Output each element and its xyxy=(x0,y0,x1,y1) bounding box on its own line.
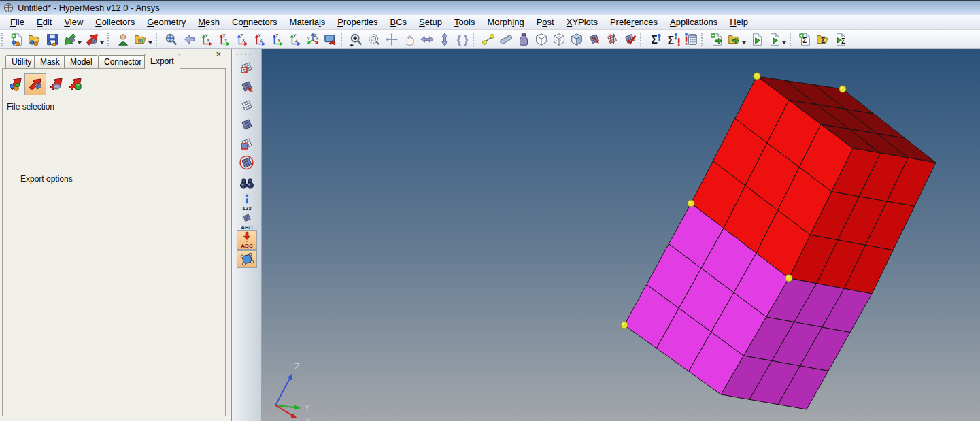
corner-node[interactable] xyxy=(621,322,628,329)
visualization-options-button[interactable] xyxy=(237,250,257,268)
menu-mesh[interactable]: Mesh xyxy=(192,16,226,29)
rotate-view-button[interactable] xyxy=(383,31,401,48)
menu-collectors[interactable]: Collectors xyxy=(89,16,141,29)
svg-text:Z: Z xyxy=(275,33,278,38)
view-yx-button[interactable]: YX xyxy=(198,31,216,48)
open-report-dropdown-icon[interactable] xyxy=(742,41,746,44)
open-report-button[interactable] xyxy=(726,31,743,48)
element-labels-button[interactable]: ABC xyxy=(238,212,256,231)
graphics-viewport[interactable]: ZYX xyxy=(262,49,980,421)
corner-node[interactable] xyxy=(754,73,760,80)
dynamic-view-button[interactable]: { } xyxy=(454,31,471,48)
tab-connector[interactable]: Connector xyxy=(98,55,148,68)
measure-distance-button[interactable] xyxy=(479,31,497,48)
section-cut-button[interactable] xyxy=(603,31,621,48)
tab-model[interactable]: Model xyxy=(64,55,99,68)
circle-zoom-button[interactable] xyxy=(365,31,383,48)
hypermesh-window: { "window": {"title": "Untitled* - Hyper… xyxy=(0,0,980,421)
run-report-template-dropdown-icon[interactable] xyxy=(782,41,786,44)
shaded-mode-button[interactable] xyxy=(568,31,586,48)
save-model-button[interactable] xyxy=(44,31,61,48)
menu-xyplots[interactable]: XYPlots xyxy=(560,16,604,29)
measure-ruler-button[interactable] xyxy=(497,31,515,48)
view-yz-button[interactable]: YZ xyxy=(286,31,304,48)
mesh-shaded-mode-button[interactable] xyxy=(586,31,603,48)
error-summary-button[interactable]: Σ xyxy=(664,31,682,48)
numbers-display-button[interactable]: 123 xyxy=(238,193,256,212)
display-shaded-mesh-button[interactable] xyxy=(238,136,256,152)
view-xz-button[interactable]: XZ xyxy=(251,31,269,48)
menu-preferences[interactable]: Preferences xyxy=(604,16,664,29)
run-summary-button[interactable]: Σ xyxy=(832,31,849,48)
view-xy-button[interactable]: XY xyxy=(216,31,233,48)
tab-utility[interactable]: Utility xyxy=(5,55,37,68)
section-cut-icon xyxy=(605,32,620,47)
mass-properties-button[interactable] xyxy=(515,31,533,48)
tab-export[interactable]: Export xyxy=(144,54,180,69)
fit-view-button[interactable] xyxy=(163,31,180,48)
model-summary-button[interactable]: Σ xyxy=(647,31,664,48)
open-model-button[interactable] xyxy=(26,31,44,48)
corner-node[interactable] xyxy=(785,275,792,282)
refresh-view-button[interactable] xyxy=(322,31,339,48)
display-wireframe-button[interactable] xyxy=(238,98,256,114)
export-geometry-button[interactable] xyxy=(48,75,65,92)
previous-view-button[interactable] xyxy=(180,31,198,48)
display-toolbar-grip[interactable]: ···· xyxy=(236,51,253,58)
arrow-horizontal-button[interactable] xyxy=(418,31,436,48)
menu-morphing[interactable]: Morphing xyxy=(481,16,530,29)
menu-properties[interactable]: Properties xyxy=(331,16,384,29)
wireframe-mode-button[interactable] xyxy=(533,31,550,48)
panel-close-icon[interactable]: × xyxy=(214,48,223,60)
toolbar-grip[interactable] xyxy=(1,33,7,46)
view-zx-button[interactable]: ZX xyxy=(233,31,251,48)
corner-node[interactable] xyxy=(839,86,846,92)
pan-view-button[interactable] xyxy=(401,31,418,48)
run-report-button[interactable] xyxy=(748,31,766,48)
load-summary-template-button[interactable]: Σ xyxy=(814,31,832,48)
export-fe-model-button[interactable] xyxy=(24,73,46,95)
display-mesh-arrow-button[interactable] xyxy=(238,79,256,95)
display-shaded-button[interactable] xyxy=(238,117,256,133)
menu-bcs[interactable]: BCs xyxy=(384,16,413,29)
view-iso-button[interactable]: ZYX xyxy=(304,31,322,48)
run-report-template-button[interactable] xyxy=(766,31,783,48)
arrow-vertical-button[interactable] xyxy=(436,31,454,48)
menu-connectors[interactable]: Connectors xyxy=(226,16,284,29)
menu-geometry[interactable]: Geometry xyxy=(141,16,192,29)
hidden-line-mode-button[interactable] xyxy=(550,31,568,48)
import-labels-button[interactable]: ABC xyxy=(237,230,257,250)
display-spherical-clip-button[interactable] xyxy=(238,155,256,171)
numbers-display-icon xyxy=(241,193,253,205)
organize-button[interactable] xyxy=(132,31,150,48)
import-model-button[interactable] xyxy=(61,31,79,48)
corner-node[interactable] xyxy=(688,200,694,207)
count-entities-button[interactable] xyxy=(682,31,700,48)
menu-edit[interactable]: Edit xyxy=(31,16,58,29)
export-solver-deck-button[interactable] xyxy=(7,75,24,92)
menu-applications[interactable]: Applications xyxy=(664,16,724,29)
user-profiles-button[interactable] xyxy=(114,31,132,48)
export-model-button[interactable] xyxy=(84,31,101,48)
new-model-button[interactable] xyxy=(8,31,26,48)
main-toolbar: YXXYZXXZZYYZZYX{ }ΣΣΣΣΣ xyxy=(0,30,980,49)
menu-tools[interactable]: Tools xyxy=(448,16,481,29)
new-report-button[interactable] xyxy=(708,31,726,48)
export-model-dropdown-icon[interactable] xyxy=(100,41,104,44)
find-entities-button[interactable] xyxy=(238,175,256,192)
new-summary-template-button[interactable]: Σ xyxy=(796,31,814,48)
organize-dropdown-icon[interactable] xyxy=(148,41,152,44)
export-connectors-button[interactable] xyxy=(67,75,84,92)
zoom-in-button[interactable] xyxy=(348,31,365,48)
menu-help[interactable]: Help xyxy=(724,16,754,29)
menu-view[interactable]: View xyxy=(58,16,89,29)
menu-setup[interactable]: Setup xyxy=(413,16,448,29)
menu-materials[interactable]: Materials xyxy=(284,16,332,29)
menu-file[interactable]: File xyxy=(4,16,31,29)
display-wireframe-elements-button[interactable] xyxy=(238,60,256,76)
element-quality-check-button[interactable] xyxy=(621,31,639,48)
import-model-dropdown-icon[interactable] xyxy=(78,41,82,44)
menu-post[interactable]: Post xyxy=(530,16,560,29)
view-zy-button[interactable]: ZY xyxy=(269,31,286,48)
tab-mask[interactable]: Mask xyxy=(34,55,66,68)
